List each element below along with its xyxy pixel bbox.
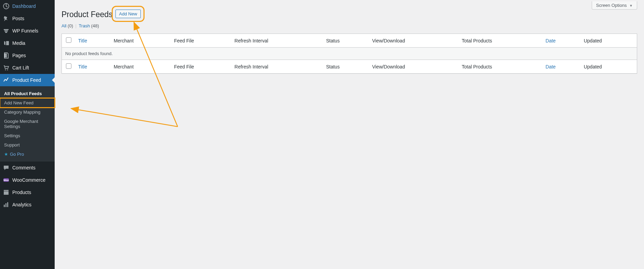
sidebar-item-cartlift[interactable]: Cart Lift <box>0 62 55 74</box>
sidebar-item-label: Comments <box>12 165 36 170</box>
sidebar-item-comments[interactable]: Comments <box>0 162 55 174</box>
sidebar-item-productfeed[interactable]: Product Feed <box>0 74 55 86</box>
filter-trash-count: (48) <box>91 23 99 28</box>
col-refresh-footer: Refresh Interval <box>231 60 323 74</box>
sidebar-item-label: Product Feed <box>12 77 41 83</box>
col-title-footer[interactable]: Title <box>75 60 110 74</box>
subsubsub-filter: All (0) | Trash (48) <box>61 23 637 28</box>
col-view-footer: View/Download <box>369 60 458 74</box>
submenu-item-gopro[interactable]: ★ Go Pro <box>0 150 55 159</box>
screen-options-button[interactable]: Screen Options ▼ <box>592 1 637 10</box>
col-total: Total Products <box>458 34 542 48</box>
submenu-item-google-merchant[interactable]: Google Merchant Settings <box>0 117 55 131</box>
svg-rect-2 <box>4 30 8 31</box>
filter-trash-link[interactable]: Trash <box>79 23 90 28</box>
svg-rect-12 <box>5 203 6 207</box>
sidebar-item-analytics[interactable]: Analytics <box>0 198 55 211</box>
pin-icon <box>3 15 10 22</box>
svg-point-6 <box>7 69 8 71</box>
sidebar-item-label: Analytics <box>12 202 31 207</box>
col-merchant: Merchant <box>110 34 171 48</box>
admin-sidebar: Dashboard Posts WP Funnels Media Pages C… <box>0 0 55 269</box>
col-view: View/Download <box>369 34 458 48</box>
svg-rect-9 <box>4 191 9 195</box>
page-title: Product Feeds <box>61 7 113 21</box>
select-all-checkbox[interactable] <box>66 37 71 43</box>
comment-icon <box>3 164 10 171</box>
filter-all-link[interactable]: All <box>61 23 66 28</box>
sidebar-item-woocommerce[interactable]: Woo WooCommerce <box>0 174 55 186</box>
col-status: Status <box>323 34 369 48</box>
cart-icon <box>3 64 10 71</box>
select-all-checkbox-footer[interactable] <box>66 63 71 69</box>
col-feedfile-footer: Feed File <box>170 60 231 74</box>
analytics-icon <box>3 201 10 208</box>
submenu-item-add-new-feed[interactable]: Add New Feed <box>0 98 55 107</box>
sidebar-submenu: All Product Feeds Add New Feed Category … <box>0 86 55 162</box>
filter-all-count: (0) <box>68 23 73 28</box>
dashboard-icon <box>3 3 10 10</box>
col-total-footer: Total Products <box>458 60 542 74</box>
svg-point-5 <box>5 69 6 71</box>
submenu-item-settings[interactable]: Settings <box>0 131 55 140</box>
screen-options-label: Screen Options <box>596 3 627 8</box>
svg-rect-3 <box>5 32 7 33</box>
sidebar-item-wpfunnels[interactable]: WP Funnels <box>0 25 55 37</box>
svg-rect-10 <box>4 190 9 191</box>
woo-icon: Woo <box>3 177 10 183</box>
sidebar-item-products[interactable]: Products <box>0 186 55 198</box>
col-updated: Updated <box>580 34 637 48</box>
svg-rect-1 <box>4 29 9 30</box>
main-content: Screen Options ▼ Product Feeds Add New A… <box>55 0 644 269</box>
svg-line-16 <box>71 108 178 127</box>
empty-message: No product feeds found. <box>62 48 637 60</box>
sidebar-item-label: Media <box>12 40 25 46</box>
col-updated-footer: Updated <box>580 60 637 74</box>
funnel-icon <box>3 27 10 34</box>
sidebar-item-media[interactable]: Media <box>0 37 55 49</box>
sidebar-item-dashboard[interactable]: Dashboard <box>0 0 55 12</box>
col-date-footer[interactable]: Date <box>542 60 580 74</box>
sidebar-item-label: Dashboard <box>12 3 36 9</box>
add-new-button[interactable]: Add New <box>115 10 141 18</box>
col-refresh: Refresh Interval <box>231 34 323 48</box>
sidebar-item-label: Cart Lift <box>12 65 29 71</box>
separator: | <box>76 23 77 28</box>
sidebar-item-label: Pages <box>12 53 26 58</box>
submenu-item-category-mapping[interactable]: Category Mapping <box>0 107 55 117</box>
svg-text:Woo: Woo <box>3 179 9 181</box>
sidebar-item-label: Products <box>12 190 31 195</box>
submenu-item-all-feeds[interactable]: All Product Feeds <box>0 89 55 98</box>
chart-icon <box>3 77 10 84</box>
table-empty-row: No product feeds found. <box>62 48 637 60</box>
col-feedfile: Feed File <box>170 34 231 48</box>
sidebar-item-posts[interactable]: Posts <box>0 12 55 25</box>
products-icon <box>3 189 10 196</box>
sidebar-item-pages[interactable]: Pages <box>0 49 55 62</box>
chevron-down-icon: ▼ <box>629 4 633 8</box>
page-icon <box>3 52 10 59</box>
submenu-item-support[interactable]: Support <box>0 140 55 150</box>
sidebar-item-label: WooCommerce <box>12 177 45 183</box>
media-icon <box>3 40 10 47</box>
col-merchant-footer: Merchant <box>110 60 171 74</box>
sidebar-item-label: WP Funnels <box>12 28 38 34</box>
svg-rect-4 <box>4 53 7 57</box>
col-status-footer: Status <box>323 60 369 74</box>
submenu-item-label: Go Pro <box>10 152 24 157</box>
sidebar-item-label: Posts <box>12 16 24 21</box>
star-icon: ★ <box>4 152 8 157</box>
col-date[interactable]: Date <box>542 34 580 48</box>
svg-rect-11 <box>4 205 5 207</box>
svg-rect-13 <box>7 202 8 207</box>
product-feeds-table: Title Merchant Feed File Refresh Interva… <box>61 34 637 74</box>
col-title[interactable]: Title <box>75 34 110 48</box>
